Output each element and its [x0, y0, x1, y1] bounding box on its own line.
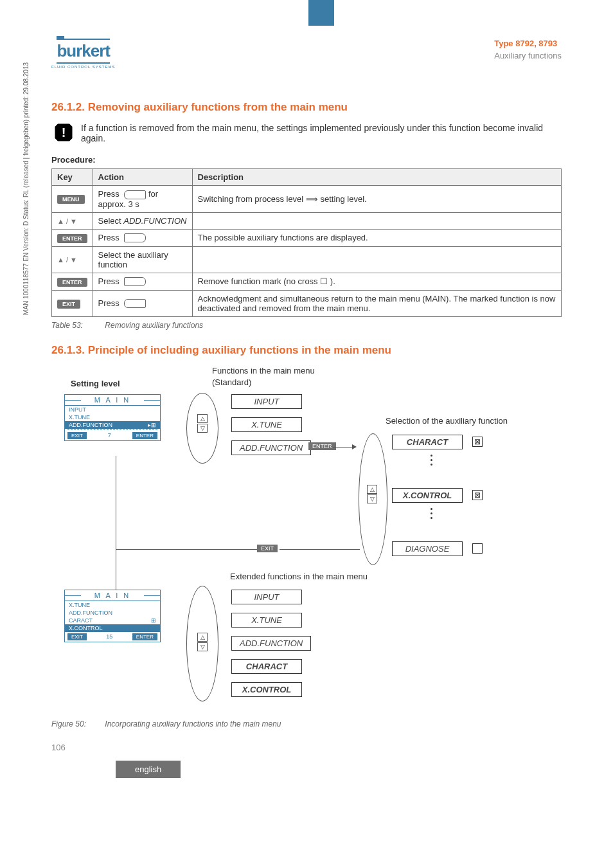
figure-caption: Figure 50: Incorporating auxiliary funct…	[51, 719, 562, 728]
checkbox-xcontrol: ⊠	[472, 490, 483, 500]
key-icon	[124, 277, 146, 286]
key-menu: MENU	[57, 195, 85, 204]
sel-aux-label: Selection of the auxiliary function	[386, 416, 508, 426]
page-header: burkert FLUID CONTROL SYSTEMS Type 8792,…	[51, 39, 562, 69]
desc-r3: The possible auxiliary functions are dis…	[192, 229, 562, 246]
ext-input: INPUT	[231, 590, 302, 604]
key-exit: EXIT	[57, 300, 80, 309]
arrow-stack-icon: △▽	[197, 633, 208, 651]
enter-tag: ENTER	[308, 442, 336, 450]
desc-r1: Switching from process level ⟹ setting l…	[192, 186, 562, 213]
key-icon	[124, 299, 146, 308]
th-action: Action	[93, 169, 192, 186]
header-sub-line: Auxiliary functions	[494, 51, 562, 60]
brand-logo: burkert FLUID CONTROL SYSTEMS	[51, 39, 115, 69]
setting-level-label: Setting level	[71, 379, 120, 388]
ext-addfunction: ADD.FUNCTION	[231, 636, 311, 651]
funcs-std-label1: Functions in the main menu	[212, 366, 315, 375]
funcs-std-label2: (Standard)	[212, 377, 251, 387]
checkbox-charact: ⊠	[472, 437, 483, 447]
lcd-panel-2: M A I N X.TUNE ADD.FUNCTION CARACT⊞ X.CO…	[64, 590, 161, 642]
procedure-table: Key Action Description MENU Press for ap…	[51, 168, 562, 317]
section-26-1-2-title: 26.1.2. Removing auxiliary functions fro…	[51, 101, 562, 114]
logo-text: burkert	[57, 39, 110, 64]
arrow-stack-icon: △▽	[367, 485, 377, 503]
section-26-1-3-title: 26.1.3. Principle of including auxiliary…	[51, 344, 562, 357]
header-type-line: Type 8792, 8793	[494, 39, 562, 48]
ext-func-label: Extended functions in the main menu	[230, 572, 368, 581]
aux-diagnose: DIAGNOSE	[392, 541, 463, 556]
aux-charact: CHARACT	[392, 435, 463, 449]
key-icon	[124, 190, 146, 199]
desc-r6: Acknowledgment and simultaneous return t…	[192, 290, 562, 316]
up-down-icon: ▲ / ▼	[57, 217, 77, 225]
ext-xtune: X.TUNE	[231, 613, 302, 628]
note-box: ! If a function is removed from the main…	[51, 123, 562, 143]
func-input: INPUT	[231, 394, 302, 409]
key-icon	[124, 233, 146, 242]
diagram: Setting level Functions in the main menu…	[51, 366, 562, 713]
key-enter: ENTER	[57, 278, 87, 287]
note-text: If a function is removed from the main m…	[81, 123, 562, 143]
page-number: 106	[51, 743, 562, 752]
up-down-icon: ▲ / ▼	[57, 256, 77, 264]
exclamation-icon: !	[54, 123, 73, 142]
arrow-stack-icon: △▽	[197, 414, 208, 433]
procedure-label: Procedure:	[51, 155, 562, 165]
action-r2: Select ADD.FUNCTION	[93, 212, 192, 229]
lcd-panel-1: M A I N INPUT X.TUNE ADD.FUNCTION▸⊞ EXIT…	[64, 394, 161, 441]
ext-charact: CHARACT	[231, 659, 302, 674]
key-enter: ENTER	[57, 234, 87, 243]
func-addfunction: ADD.FUNCTION	[231, 440, 311, 455]
desc-r5: Remove function mark (no cross ☐ ).	[192, 273, 562, 290]
ext-xcontrol: X.CONTROL	[231, 682, 302, 697]
th-description: Description	[192, 169, 562, 186]
action-r4: Select the auxiliary function	[93, 246, 192, 273]
exit-tag: EXIT	[257, 545, 278, 552]
checkbox-diagnose	[472, 543, 483, 554]
language-tab: english	[116, 761, 181, 778]
th-key: Key	[52, 169, 93, 186]
func-xtune: X.TUNE	[231, 417, 302, 432]
table-caption: Table 53: Removing auxiliary functions	[51, 321, 562, 330]
aux-xcontrol: X.CONTROL	[392, 488, 463, 503]
doc-id-side-text: MAN 1000118577 EN Version: D Status: RL …	[22, 62, 30, 315]
top-color-tab	[308, 0, 334, 26]
logo-subtext: FLUID CONTROL SYSTEMS	[51, 65, 115, 69]
